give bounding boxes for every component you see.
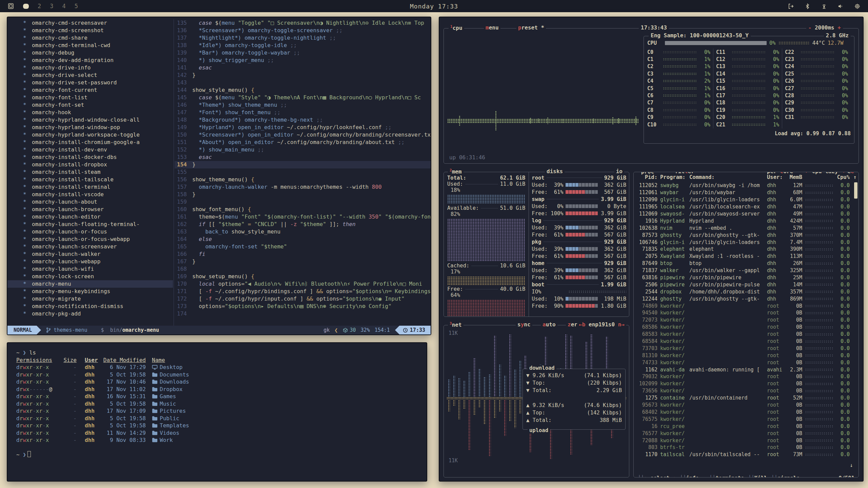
process-row[interactable]: 2075XwaylandXwayland :1 -rootless -dhh11…	[637, 253, 856, 260]
code-line[interactable]: 149 *Hyprland*) open_in_editor ~/.config…	[175, 124, 431, 131]
code-line[interactable]: 157 omarchy-launch-walker -m menus:omarc…	[175, 183, 431, 191]
file-list-item[interactable]: *omarchy-hyprland-workspace-toggle	[7, 131, 173, 139]
process-row[interactable]: 112090glycin-i/usr/lib/glycin-loadersdhh…	[637, 196, 856, 203]
file-list-item[interactable]: *omarchy-install-chromium-google-a	[7, 139, 173, 146]
process-row[interactable]: 1275containe/usr/bin/containerdroot52M0.…	[637, 394, 856, 402]
file-list-item[interactable]: *omarchy-drive-set-password	[7, 79, 173, 86]
file-list-item[interactable]: *omarchy-font-set	[7, 101, 173, 109]
file-list-item[interactable]: *omarchy-menu-keybindings	[7, 288, 173, 295]
process-row[interactable]: 72088kworker/root0B0.0	[637, 437, 856, 444]
file-list-item[interactable]: *omarchy-launch-screensaver	[7, 243, 173, 250]
process-row[interactable]: 76575kworker/root0B0.0	[637, 415, 856, 423]
code-line[interactable]: 141 esac	[175, 64, 431, 72]
code-line[interactable]: 174	[175, 310, 431, 318]
process-row[interactable]: 68586kworker/root0B0.0	[637, 324, 856, 331]
file-list-item[interactable]: *omarchy-launch-floating-terminal-	[7, 221, 173, 228]
process-row[interactable]: 12244ghostty/usr/bin/ghostty --gtk-dhh86…	[637, 295, 856, 302]
code-line[interactable]: 138 *Idle*) omarchy-toggle-idle ;;	[175, 42, 431, 49]
code-line[interactable]: 172 [ -f ~/.config/hypr/input.conf ] && …	[175, 295, 431, 303]
code-line[interactable]: 140 *) show_trigger_menu ;;	[175, 57, 431, 64]
file-list-item[interactable]: *omarchy-cmd-share	[7, 34, 173, 42]
code-line[interactable]: 167}	[175, 258, 431, 265]
code-line[interactable]: 160show_font_menu() {	[175, 206, 431, 213]
code-line[interactable]: 148 *Background*) omarchy-theme-bg-next …	[175, 116, 431, 124]
code-line[interactable]: 166 fi	[175, 250, 431, 258]
process-row[interactable]: 68584kworker/root0B0.0	[637, 338, 856, 345]
process-row[interactable]: 111965localsea/usr/lib/localsearch-exdhh…	[637, 203, 856, 210]
process-row[interactable]: 74733kworker/root0B0.0	[637, 359, 856, 366]
code-line[interactable]: 165 omarchy-font-set "$theme"	[175, 243, 431, 250]
proc-sort[interactable]: ← cpu lazy →	[804, 172, 846, 175]
process-row[interactable]: 79032kworker/root0B0.0	[637, 373, 856, 380]
file-list-item[interactable]: *omarchy-launch-wifi	[7, 265, 173, 273]
process-row[interactable]: 803btrfs-trroot0B0.0	[637, 444, 856, 451]
process-row[interactable]: 73656kworker/root0B0.0	[637, 387, 856, 394]
code-line[interactable]: 159	[175, 198, 431, 206]
code-line[interactable]: 173 options="$options\n▸ Defaults\n▤ DNS…	[175, 303, 431, 310]
code-line[interactable]: 143	[175, 79, 431, 86]
file-list-item[interactable]: *omarchy-menu	[7, 280, 173, 288]
code-line[interactable]: 168	[175, 265, 431, 273]
process-row[interactable]: 81310kworker/root0B0.0	[637, 352, 856, 359]
code-line[interactable]: 153 esac	[175, 154, 431, 161]
tab-mem[interactable]: 2mem	[448, 168, 463, 175]
menu-button[interactable]: menu	[484, 24, 500, 31]
process-row[interactable]: 87649btopbtopdhh26M0.0	[637, 260, 856, 267]
file-list-item[interactable]: *omarchy-font-current	[7, 86, 173, 94]
workspace-2[interactable]: 2	[38, 3, 41, 9]
file-list-item[interactable]: *omarchy-launch-about	[7, 198, 173, 206]
volume-icon[interactable]	[837, 3, 844, 9]
process-row[interactable]: 1170tailscal/usr/sbin/tailscaled --root7…	[637, 451, 856, 458]
file-list-item[interactable]: *omarchy-migrate	[7, 295, 173, 303]
file-list-item[interactable]: *omarchy-hyprland-window-close-all	[7, 116, 173, 124]
proc-filter[interactable]: filter	[673, 172, 696, 175]
file-list-item[interactable]: *omarchy-install-tailscale	[7, 176, 173, 183]
process-row[interactable]: 16rcu_preeroot0B0.0	[637, 423, 856, 430]
file-list-item[interactable]: *omarchy-install-vscode	[7, 191, 173, 198]
file-list-item[interactable]: *omarchy-cmd-terminal-cwd	[7, 42, 173, 49]
process-row[interactable]: 102638nvimnvim --embed .dhh57M0.0	[637, 224, 856, 231]
file-list-item[interactable]: *omarchy-cmd-screensaver	[7, 19, 173, 27]
code-line[interactable]: 163 back_to show_style_menu	[175, 228, 431, 236]
interval-control[interactable]: - 2000ms +	[806, 24, 843, 31]
logout-icon[interactable]	[788, 3, 794, 9]
file-list-item[interactable]: *omarchy-cmd-screenshot	[7, 27, 173, 34]
file-list-item[interactable]: *omarchy-install-docker-dbs	[7, 154, 173, 161]
code-line[interactable]: 170 local options="◀ Audio\n∿ Wifi\nᛒ Bl…	[175, 280, 431, 288]
code-line[interactable]: 145 case $(menu "Style" "◑ Theme\nA Font…	[175, 94, 431, 101]
file-list-item[interactable]: *omarchy-install-terminal	[7, 183, 173, 191]
file-list-item[interactable]: *omarchy-launch-or-focus-webapp	[7, 236, 173, 243]
file-list-item[interactable]: *omarchy-pkg-add	[7, 310, 173, 318]
preset-button[interactable]: preset *	[516, 24, 546, 31]
file-list-item[interactable]: *omarchy-install-dev-env	[7, 146, 173, 154]
process-row[interactable]: 112061waybar/usr/bin/waybardhh68M0.0	[637, 189, 856, 196]
proc-per-core[interactable]: per-core	[765, 172, 795, 175]
file-list-item[interactable]: *omarchy-launch-or-focus	[7, 228, 173, 236]
select-control[interactable]: └┘↑ select ↓	[636, 475, 677, 477]
file-list-item[interactable]: *omarchy-drive-info	[7, 64, 173, 72]
terminate-control[interactable]: └┘terminate	[708, 475, 746, 477]
file-list-item[interactable]: *omarchy-debug	[7, 49, 173, 57]
file-list-item[interactable]: *omarchy-hyprland-window-pop	[7, 124, 173, 131]
process-row[interactable]: 2506pipewire/usr/bin/pipewire-pulsedhh14…	[637, 281, 856, 288]
process-row[interactable]: 102099kworker/root0B0.0	[637, 380, 856, 387]
net-interface[interactable]: ←b enp191s0 n→	[577, 321, 626, 328]
code-line[interactable]: 154}	[175, 161, 431, 168]
process-row[interactable]: 112052swaybg/usr/bin/swaybg -i /homdhh12…	[637, 182, 856, 189]
code-line[interactable]: 142}	[175, 72, 431, 79]
code-line[interactable]: 162 if [[ "$theme" = "CNCLD" || -z "$the…	[175, 221, 431, 228]
code-line[interactable]: 147 *Font*) show_font_menu ;;	[175, 109, 431, 116]
omarchy-logo-icon[interactable]	[7, 3, 14, 9]
code-line[interactable]: 151 *About*) open_in_editor ~/.config/om…	[175, 139, 431, 146]
file-list-item[interactable]: *omarchy-hook	[7, 109, 173, 116]
file-list-item[interactable]: *omarchy-launch-browser	[7, 206, 173, 213]
process-row[interactable]: 1916HyprlandHyprlanddhh424M0.0	[637, 217, 856, 224]
workspace-3[interactable]: 3	[50, 3, 53, 9]
code-line[interactable]: 155	[175, 168, 431, 176]
code-line[interactable]: 152 *) show_main_menu ;;	[175, 146, 431, 154]
code-line[interactable]: 139 *Bar*) omarchy-toggle-waybar ;;	[175, 49, 431, 57]
process-row[interactable]: 94540kworker/root0B0.0	[637, 309, 856, 317]
process-row[interactable]: 68402kworker/root0B0.0	[637, 409, 856, 416]
chip-icon[interactable]	[854, 3, 861, 9]
code-line[interactable]: 171 [ -f ~/.config/hypr/bindings.conf ] …	[175, 288, 431, 295]
